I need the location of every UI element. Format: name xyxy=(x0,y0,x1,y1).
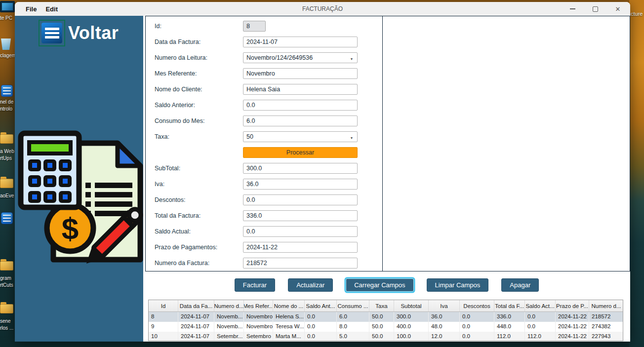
table-cell: Helena S... xyxy=(273,312,305,322)
back-button[interactable]: Voltar xyxy=(39,20,119,46)
form-row-total-da-factura: Total da Factura: xyxy=(155,210,382,221)
control-panel-desktop-icon[interactable] xyxy=(0,212,15,226)
field-label-consumo-do-mes: Consumo do Mes: xyxy=(155,117,243,124)
title-bar[interactable]: FACTURAÇÃO File Edit xyxy=(15,2,630,16)
control-panel-desktop-icon[interactable]: nel dentrolo xyxy=(0,85,15,113)
prazo-de-pagamentos-field[interactable] xyxy=(243,242,358,253)
column-header[interactable]: Mes Refer... xyxy=(244,300,273,311)
table-cell: 100.0 xyxy=(394,332,429,341)
folder-icon xyxy=(0,304,15,317)
field-label-data-da-factura: Data da Factura: xyxy=(155,39,243,45)
chevron-down-icon[interactable] xyxy=(346,132,357,141)
form-row-taxa: Taxa:50 xyxy=(155,131,382,142)
maximize-icon[interactable] xyxy=(592,5,599,12)
menu-file[interactable]: File xyxy=(23,5,40,13)
column-header[interactable]: Data da Fa... xyxy=(178,300,214,311)
processar-button[interactable]: Processar xyxy=(243,147,358,158)
table-cell: Teresa W... xyxy=(273,322,305,332)
column-header[interactable]: Consumo ... xyxy=(337,300,369,311)
column-header[interactable]: Descontos xyxy=(460,300,494,311)
folder-desktop-icon[interactable]: a WebrtUps xyxy=(0,131,15,162)
this-pc-desktop-icon[interactable]: te PC xyxy=(0,1,15,22)
minimize-icon[interactable] xyxy=(569,5,576,12)
sidebar: Voltar $ xyxy=(15,16,143,342)
table-cell: 218572 xyxy=(589,312,623,322)
numero-da-factura-field[interactable] xyxy=(243,258,358,269)
descontos-field[interactable] xyxy=(243,194,358,205)
recycle-bin-desktop-icon[interactable]: clagem xyxy=(0,38,15,59)
column-header[interactable]: Nome do ... xyxy=(273,300,305,311)
facturar-button[interactable]: Facturar xyxy=(235,278,275,292)
desktop-icon-label: te PC xyxy=(0,15,15,22)
table-cell: 48.0 xyxy=(429,322,460,332)
numero-da-leitura-combobox[interactable]: Novembro/124/2649536 xyxy=(243,52,358,63)
hamburger-menu-icon[interactable] xyxy=(39,20,65,46)
desktop-icon-label: clagem xyxy=(0,52,15,59)
table-cell: 112.0 xyxy=(525,332,556,341)
data-da-factura-field[interactable] xyxy=(243,37,358,47)
limpar-campos-button[interactable]: Limpar Campos xyxy=(427,278,489,292)
actualizar-button[interactable]: Actualizar xyxy=(288,278,333,292)
table-header-row: IdData da Fa...Numero d...Mes Refer...No… xyxy=(149,300,623,312)
table-cell: 400.0 xyxy=(394,322,429,332)
column-header[interactable]: Prazo de P... xyxy=(556,300,589,311)
iva-field[interactable] xyxy=(243,179,358,190)
form-row-iva: Iva: xyxy=(155,179,382,190)
column-header[interactable]: Iva xyxy=(429,300,460,311)
desktop-icon-label: aoEve xyxy=(0,193,15,199)
table-cell: 300.0 xyxy=(394,312,429,322)
svg-text:$: $ xyxy=(62,211,79,245)
folder-desktop-icon[interactable]: aoEve xyxy=(0,176,15,199)
saldo-actual-field[interactable] xyxy=(243,226,358,237)
folder-desktop-icon[interactable]: gramrtCuts xyxy=(0,258,15,289)
total-da-factura-field[interactable] xyxy=(243,210,358,221)
desktop-icon-label: gram xyxy=(0,275,15,282)
column-header[interactable]: Id xyxy=(149,300,178,311)
id-field[interactable] xyxy=(243,21,266,32)
chevron-down-icon[interactable] xyxy=(346,53,357,62)
field-label-id: Id: xyxy=(155,23,243,30)
menu-edit[interactable]: Edit xyxy=(42,5,61,13)
table-cell: 6.0 xyxy=(337,312,369,322)
recycle-bin-icon xyxy=(0,39,15,51)
saldo-anterior-field[interactable] xyxy=(243,100,358,111)
control-panel-icon xyxy=(0,85,15,98)
column-header[interactable]: Saldo Act... xyxy=(525,300,556,311)
taxa-combobox[interactable]: 50 xyxy=(243,131,358,142)
table-cell: 10 xyxy=(149,332,178,341)
column-header[interactable]: Taxa xyxy=(369,300,394,311)
apagar-button[interactable]: Apagar xyxy=(501,278,539,292)
table-cell: 5.0 xyxy=(337,332,369,341)
column-header[interactable]: Saldo Ant... xyxy=(305,300,337,311)
column-header[interactable]: Total da F... xyxy=(494,300,525,311)
invoice-table[interactable]: IdData da Fa...Numero d...Mes Refer...No… xyxy=(148,300,623,341)
table-cell: Setembr... xyxy=(214,332,244,341)
table-row[interactable]: 92024-11-07Novemb...NovembroTeresa W...0… xyxy=(149,322,623,332)
form-row-data-da-factura: Data da Factura: xyxy=(155,37,382,47)
table-cell: Marta M... xyxy=(273,332,305,341)
table-cell: 2024-11-22 xyxy=(556,312,589,322)
table-row[interactable]: 82024-11-07Novemb...NovembroHelena S...0… xyxy=(149,312,623,322)
table-row[interactable]: 102024-11-07Setembr...SetembroMarta M...… xyxy=(149,332,623,341)
table-cell: 0.0 xyxy=(460,312,494,322)
invoice-calculator-illustration: $ xyxy=(15,129,146,267)
column-header[interactable]: Numero d... xyxy=(214,300,244,311)
form-row-consumo-do-mes: Consumo do Mes: xyxy=(155,116,382,126)
form-row-descontos: Descontos: xyxy=(155,194,382,205)
carregar-campos-button[interactable]: Carregar Campos xyxy=(346,278,413,292)
close-icon[interactable] xyxy=(614,5,621,12)
form-row-subtotal: SubTotal: xyxy=(155,163,382,174)
menu-bar: File Edit xyxy=(15,5,61,13)
consumo-do-mes-field[interactable] xyxy=(243,116,358,126)
subtotal-field[interactable] xyxy=(243,163,358,174)
mes-referente-field[interactable] xyxy=(243,68,358,79)
column-header[interactable]: Numero d... xyxy=(589,300,623,311)
form-row-numero-da-factura: Numero da Factura: xyxy=(155,258,382,269)
folder-desktop-icon[interactable]: senerlos ... xyxy=(0,301,15,332)
table-cell: 0.0 xyxy=(460,322,494,332)
form-row-numero-da-leitura: Numero da Leitura:Novembro/124/2649536 xyxy=(155,52,382,63)
field-label-nome-do-cliente: Nome do Cliente: xyxy=(155,86,243,93)
column-header[interactable]: Subtotal xyxy=(394,300,429,311)
nome-do-cliente-field[interactable] xyxy=(243,84,358,95)
table-cell: 50.0 xyxy=(369,312,394,322)
